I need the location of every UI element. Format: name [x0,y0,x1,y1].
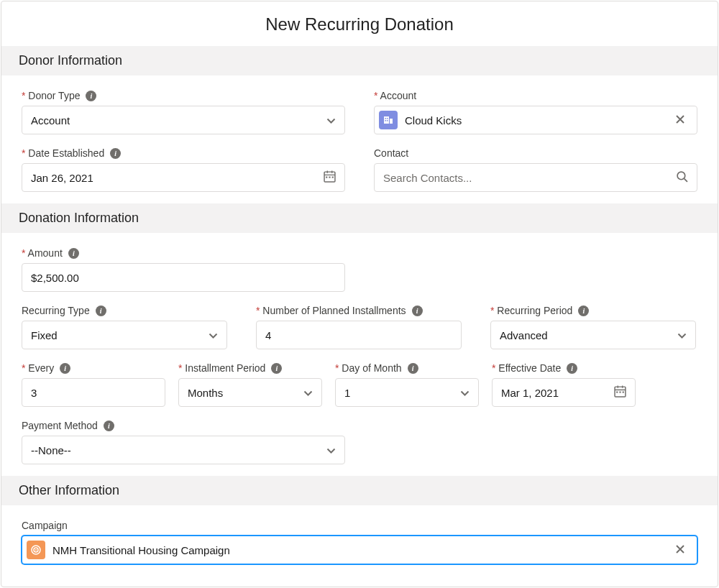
field-donor-type: Donor Type i Account [22,90,345,134]
every-input-field[interactable] [31,387,156,399]
row: Date Established i Contact [22,147,697,192]
installment-period-select[interactable]: Months [178,378,322,407]
svg-line-14 [684,179,687,182]
label-text: Donor Type [22,90,80,101]
label-text: Recurring Type [22,305,90,316]
help-icon[interactable]: i [578,306,589,316]
calendar-icon[interactable] [324,170,336,185]
search-icon[interactable] [676,170,688,185]
help-icon[interactable]: i [110,148,121,159]
field-label: Contact [374,147,697,159]
modal-title: New Recurring Donation [1,1,718,46]
payment-method-select[interactable]: --None-- [22,436,345,464]
svg-rect-4 [385,120,387,121]
field-label: Day of Month i [335,362,479,374]
svg-rect-10 [326,177,327,178]
help-icon[interactable]: i [408,363,418,374]
label-text: Effective Date [492,362,561,374]
account-icon [379,111,398,129]
amount-input-field[interactable] [31,272,336,284]
clear-icon[interactable] [672,542,688,558]
field-label: Installment Period i [178,362,322,374]
chevron-down-icon [460,387,470,399]
field-amount: Amount i [22,247,345,292]
installments-input-field[interactable] [265,329,452,341]
date-established-input[interactable] [22,163,345,192]
modal-container: New Recurring Donation Donor Information… [1,1,718,587]
svg-rect-0 [384,116,389,124]
help-icon[interactable]: i [567,363,577,374]
field-label: Campaign [22,520,697,531]
help-icon[interactable]: i [271,363,282,374]
help-icon[interactable]: i [86,91,96,101]
planned-installments-input[interactable] [256,321,462,349]
recurring-period-select[interactable]: Advanced [490,321,696,349]
field-label: Recurring Type i [22,305,227,316]
label-text: Every [22,362,54,374]
label-text: Payment Method [22,420,98,431]
svg-point-24 [35,549,37,551]
select-value: Months [188,387,223,399]
field-contact: Contact [374,147,697,192]
field-recurring-type: Recurring Type i Fixed [22,305,227,349]
lookup-chip: NMH Transitional Housing Campaign [27,541,688,559]
svg-rect-5 [387,120,388,121]
search-input-field[interactable] [383,172,688,184]
row: Every i Installment Period i Months [22,362,697,407]
contact-search-input[interactable] [374,163,697,192]
chevron-down-icon [326,444,336,456]
lookup-chip: Cloud Kicks [379,111,688,129]
select-value: Fixed [31,329,58,341]
chevron-down-icon [326,114,336,127]
field-account: Account Cloud Kicks [374,90,697,134]
field-recurring-period: Recurring Period i Advanced [490,305,696,349]
label-text: Contact [374,147,408,159]
help-icon[interactable]: i [104,421,114,431]
help-icon[interactable]: i [96,306,106,316]
field-label: Number of Planned Installments i [256,305,462,316]
calendar-icon[interactable] [614,385,626,400]
recurring-type-select[interactable]: Fixed [22,321,227,349]
field-label: Account [374,90,697,101]
field-effective-date: Effective Date i [492,362,636,407]
svg-rect-12 [332,177,334,178]
label-text: Day of Month [335,362,402,374]
label-text: Installment Period [178,362,265,374]
field-label: Every i [22,362,165,374]
field-installment-period: Installment Period i Months [178,362,322,407]
every-input[interactable] [22,378,165,407]
chevron-down-icon [677,329,687,341]
lookup-value: Cloud Kicks [405,114,462,127]
clear-icon[interactable] [672,112,688,128]
section-header-donation: Donation Information [1,203,718,233]
date-input-field[interactable] [31,172,336,184]
section-body-donor: Donor Type i Account Account [1,75,718,203]
svg-rect-2 [385,118,387,119]
svg-rect-1 [390,119,393,124]
svg-rect-11 [329,177,330,178]
chevron-down-icon [209,329,218,341]
effective-date-field[interactable] [501,387,626,399]
row: Amount i [22,247,697,292]
row: Recurring Type i Fixed Number of Planned… [22,305,697,349]
help-icon[interactable]: i [68,248,79,259]
label-text: Campaign [22,520,68,531]
section-body-other: Campaign NMH Transitional Housing Campai… [1,505,718,570]
section-header-other: Other Information [1,476,718,505]
field-date-established: Date Established i [22,147,345,192]
field-label: Donor Type i [22,90,345,101]
svg-rect-3 [387,118,388,119]
lookup-value: NMH Transitional Housing Campaign [52,544,230,556]
field-label: Date Established i [22,147,345,159]
help-icon[interactable]: i [60,363,70,374]
amount-input[interactable] [22,263,345,292]
field-day-of-month: Day of Month i 1 [335,362,479,407]
campaign-lookup[interactable]: NMH Transitional Housing Campaign [22,536,697,564]
help-icon[interactable]: i [412,306,423,316]
chevron-down-icon [303,387,313,399]
donor-type-select[interactable]: Account [22,106,345,134]
select-value: Advanced [500,329,548,341]
effective-date-input[interactable] [492,378,636,407]
account-lookup[interactable]: Cloud Kicks [374,106,697,134]
day-of-month-select[interactable]: 1 [335,378,479,407]
